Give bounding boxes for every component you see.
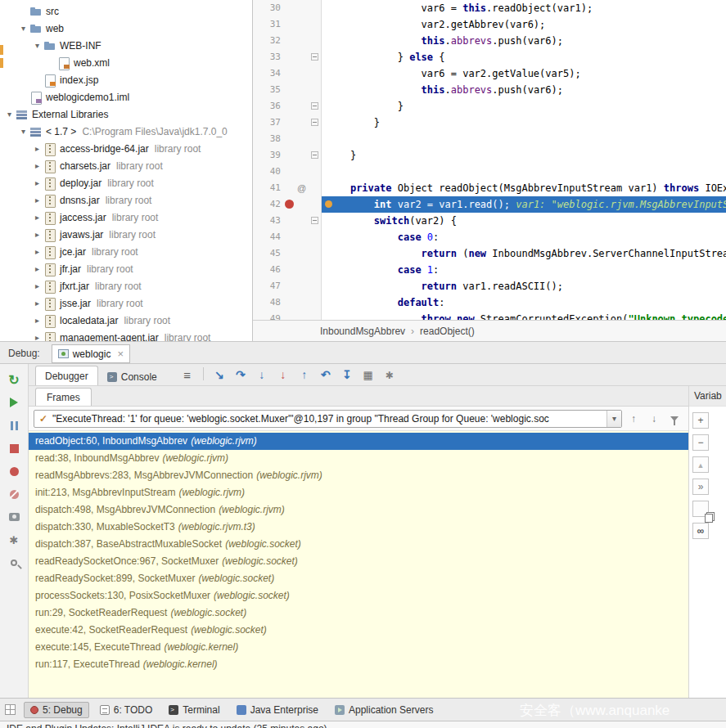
next-frame-button[interactable]: ↓ [645,410,663,428]
code-line-35[interactable]: 35 this.abbrevs.push(var6); [253,82,726,98]
filter-frames-button[interactable] [665,410,683,428]
watch-values-button[interactable] [692,523,709,539]
layout-settings-button[interactable] [380,366,399,384]
code-line-48[interactable]: 48 default: [253,294,726,311]
tree-item-management-agent-jar[interactable]: ▸management-agent.jarlibrary root [0,329,252,341]
frame-row[interactable]: execute:145, ExecuteThread(weblogic.kern… [29,639,688,656]
thread-selector[interactable]: ✓ "ExecuteThread: '1' for queue: 'weblog… [34,410,622,428]
code-line-36[interactable]: 36 } [253,98,726,115]
fold-marker-icon[interactable] [311,119,318,126]
line-number[interactable]: 32 [253,33,281,49]
chevron-right-icon[interactable]: ▸ [31,230,43,239]
line-number[interactable]: 48 [253,294,281,311]
code-line-42[interactable]: 42 int var2 = var1.read(); var1: "weblog… [253,196,726,213]
line-number[interactable]: 43 [253,213,281,229]
line-number[interactable]: 34 [253,65,281,82]
menu-button[interactable] [178,366,197,384]
line-number[interactable]: 39 [253,147,281,164]
code-line-30[interactable]: 30 var6 = this.readObject(var1); [253,0,726,16]
code-line-39[interactable]: 39 } [253,147,726,164]
line-number[interactable]: 35 [253,82,281,98]
fold-marker-icon[interactable] [311,53,318,61]
force-step-into-button[interactable] [273,366,293,384]
tree-item-web[interactable]: ▾web [0,20,252,37]
chevron-right-icon[interactable]: ▸ [31,144,43,153]
chevron-right-icon[interactable]: ▸ [31,195,43,204]
toolwindow-button-application-servers[interactable]: Application Servers [329,702,439,718]
rerun-button[interactable] [2,369,25,390]
line-number[interactable]: 38 [253,131,281,147]
drop-frame-button[interactable] [316,366,336,384]
thread-dump-button[interactable] [2,506,25,528]
chevron-right-icon[interactable]: ▸ [31,281,43,290]
toolwindow-button-6-todo[interactable]: 6: TODO [94,702,159,718]
stop-button[interactable] [2,438,25,459]
step-into-button[interactable] [252,366,272,384]
fold-marker-icon[interactable] [311,102,318,110]
tree-item-external-libraries[interactable]: ▾External Libraries [0,106,252,123]
add-button[interactable] [692,412,709,429]
tree-item-jce-jar[interactable]: ▸jce.jarlibrary root [0,243,252,260]
chevron-down-icon[interactable]: ▾ [17,24,29,33]
line-number[interactable]: 33 [253,49,281,65]
show-execution-point-button[interactable] [210,366,229,384]
line-number[interactable]: 36 [253,98,281,115]
debugger-settings-button[interactable] [2,529,25,550]
code-line-49[interactable]: 49 throw new StreamCorruptedException("U… [253,311,726,320]
frame-row[interactable]: read:38, InboundMsgAbbrev(weblogic.rjvm) [29,450,688,467]
tab-frames[interactable]: Frames [35,388,92,406]
view-breakpoints-button[interactable] [2,461,25,482]
expand-button[interactable] [692,479,709,495]
code-line-41[interactable]: 41@ private Object readObject(MsgAbbrevI… [253,180,726,196]
chevron-right-icon[interactable]: ▸ [31,333,43,341]
code-line-40[interactable]: 40 [253,164,726,180]
run-to-cursor-button[interactable] [337,366,357,384]
chevron-down-icon[interactable]: ▾ [607,411,621,427]
line-number[interactable]: 31 [253,16,281,33]
tree-item-jsse-jar[interactable]: ▸jsse.jarlibrary root [0,294,252,312]
annotation-icon[interactable]: @ [297,180,306,196]
toolwindow-switcher-icon[interactable] [5,704,16,715]
tree-item-web-inf[interactable]: ▾WEB-INF [0,37,252,54]
frame-row[interactable]: readReadySocketOnce:967, SocketMuxer(web… [29,553,688,570]
frame-row[interactable]: dispatch:330, MuxableSocketT3(weblogic.r… [29,519,688,536]
chevron-right-icon[interactable]: ▸ [31,213,43,222]
fold-marker-icon[interactable] [311,217,318,224]
frame-row[interactable]: init:213, MsgAbbrevInputStream(weblogic.… [29,484,688,501]
line-number[interactable]: 41 [253,180,281,196]
frame-row[interactable]: readReadySocket:899, SocketMuxer(weblogi… [29,570,688,587]
code-line-47[interactable]: 47 return var1.readASCII(); [253,278,726,294]
tree-item-javaws-jar[interactable]: ▸javaws.jarlibrary root [0,226,252,243]
line-number[interactable]: 42 [253,196,281,213]
chevron-right-icon[interactable]: ▸ [31,178,43,187]
chevron-right-icon[interactable]: ▸ [31,264,43,273]
breakpoint-icon[interactable] [285,200,294,209]
scroll-up-button[interactable] [692,456,709,473]
code-line-45[interactable]: 45 return (new InboundMsgAbbrev.ServerCh… [253,245,726,262]
evaluate-expression-button[interactable] [358,366,378,384]
frame-row[interactable]: processSockets:130, PosixSocketMuxer(web… [29,587,688,604]
step-out-button[interactable] [295,366,314,384]
frame-row[interactable]: readMsgAbbrevs:283, MsgAbbrevJVMConnecti… [29,467,688,484]
tree-item-localedata-jar[interactable]: ▸localedata.jarlibrary root [0,312,252,329]
tab-console[interactable]: Console [98,368,166,385]
pause-button[interactable] [2,415,25,436]
chevron-down-icon[interactable]: ▾ [31,41,43,50]
tree-item-src[interactable]: src [0,2,252,20]
fold-marker-icon[interactable] [311,151,318,159]
tree-item-access-bridge-64-jar[interactable]: ▸access-bridge-64.jarlibrary root [0,140,252,157]
toolwindow-button-5-debug[interactable]: 5: Debug [24,702,89,718]
line-number[interactable]: 47 [253,278,281,294]
code-area[interactable]: 30 var6 = this.readObject(var1);31 var2.… [253,0,726,320]
line-number[interactable]: 46 [253,262,281,278]
code-line-31[interactable]: 31 var2.getAbbrev(var6); [253,16,726,33]
toolwindow-button-java-enterprise[interactable]: Java Enterprise [231,702,324,718]
code-line-44[interactable]: 44 case 0: [253,229,726,245]
tab-debugger[interactable]: Debugger [35,366,98,385]
copy-button[interactable] [692,501,709,517]
chevron-right-icon[interactable]: ▸ [31,316,43,325]
tree-item-weblogicdemo1-iml[interactable]: weblogicdemo1.iml [0,88,252,106]
chevron-down-icon[interactable]: ▾ [17,127,29,136]
chevron-right-icon[interactable]: ▸ [31,299,43,308]
line-number[interactable]: 49 [253,311,281,320]
